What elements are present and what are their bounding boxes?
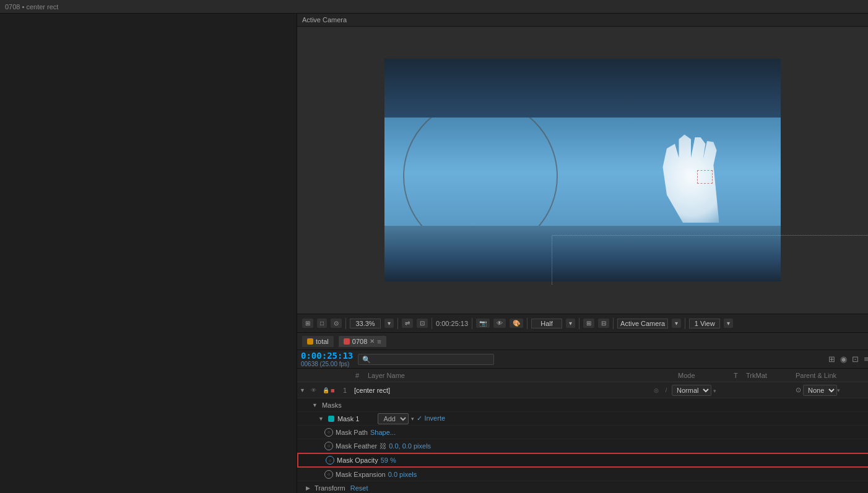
timeline-controls: 0:00:25:13 00638 (25.00 fps) ⊞ ◉ ⊡ ≡ ◈ [297,350,868,369]
timeline-header: total 0708 ✕ ≡ [297,333,868,350]
mask-opacity-value[interactable]: 59 % [381,457,396,464]
motion-btn[interactable]: ⇌ [402,319,413,328]
fps-display: 00638 (25.00 fps) [301,361,353,367]
add-dropdown-arrow[interactable]: ▾ [411,416,414,422]
viewer-content[interactable] [297,27,868,314]
tl-icon-graph[interactable]: ≡ [862,353,868,365]
layer-pencil: / [662,386,672,395]
camera-dropdown-btn[interactable]: ▾ [672,319,681,328]
solo-icon[interactable]: ◎ [652,386,661,395]
zoom-display[interactable]: 33.3% [350,319,381,328]
col-header-t: T [734,372,746,379]
zoom-dropdown-btn[interactable]: ▾ [384,319,394,328]
mode-dropdown-arrow[interactable]: ▾ [713,388,716,394]
grid-btn[interactable]: ⊞ [583,319,594,328]
mask-outline [552,235,868,285]
divider-3 [432,318,432,329]
viewer-header: Active Camera [297,14,868,27]
view-display[interactable]: 1 View [689,319,720,328]
comp-tab-0708[interactable]: 0708 ✕ ≡ [339,336,386,347]
layer-lock: 🔒 [321,386,331,395]
divider-8 [685,318,685,329]
composition-btn[interactable]: ⊞ [302,319,313,328]
timeline-toolbar-icons: ⊞ ◉ ⊡ ≡ ◈ [827,353,868,365]
view-dropdown-btn[interactable]: ▾ [724,319,733,328]
layer-num-col: ■ [331,387,343,394]
total-color-dot [307,338,313,345]
layer-color-box: ■ [331,387,335,394]
parent-select[interactable]: None [803,385,837,396]
camera-icon-btn[interactable]: 📷 [476,319,490,328]
video-frame [384,59,781,281]
mask-opacity-stopwatch[interactable]: ○ [326,456,334,465]
options-icon[interactable]: ≡ [377,338,381,345]
toggle-btn[interactable]: □ [317,319,327,328]
time-display: 0:00:25:13 [436,320,468,327]
eye-icon[interactable]: 👁 [309,386,318,395]
close-tab-icon[interactable]: ✕ [370,338,375,345]
transform-row: ▶ Transform Reset [297,481,868,493]
mask-path-value[interactable]: Shape... [370,429,396,436]
layer-parent-col: ⊙ None ▾ [796,385,868,396]
mask-feather-label: Mask Feather [336,442,377,450]
col-header-trkmat: TrkMat [746,372,796,379]
mask-feather-value[interactable]: 0.0, 0.0 pixels [389,442,431,450]
video-top [384,59,781,118]
mask1-expand-arrow[interactable]: ▼ [318,416,324,422]
region-btn[interactable]: ⊡ [417,319,428,328]
mask-rect [697,170,713,184]
tl-icon-motion[interactable]: ⊡ [851,353,860,365]
top-bar: 0708 • center rect [0,0,868,14]
layer-name: [center rect] [354,387,652,394]
timeline-panel: total 0708 ✕ ≡ 0:00:25:13 00638 (2 [297,332,868,493]
layer-search-input[interactable] [358,354,494,365]
divider-2 [397,318,398,329]
layer-expand-arrow[interactable]: ▼ [300,387,305,393]
col-header-parent: Parent & Link [796,372,868,379]
mask-expansion-label: Mask Expansion [336,471,386,478]
mode-select[interactable]: Normal [672,385,711,396]
divider-5 [527,318,527,329]
mask-expansion-row: ○ Mask Expansion 0.0 pixels [297,468,868,481]
mask-expansion-stopwatch[interactable]: ○ [324,470,333,479]
mask-path-stopwatch[interactable]: ○ [324,428,333,437]
mask-expansion-value[interactable]: 0.0 pixels [388,471,417,478]
quality-dropdown-btn[interactable]: ▾ [566,319,575,328]
table-row[interactable]: ▼ 👁 🔒 ■ 1 [center [297,382,868,398]
grid2-btn[interactable]: ⊟ [598,319,609,328]
masks-label: Masks [319,401,342,409]
mask1-controls: Add ▾ ✓ Inverte [378,413,445,424]
left-panel [0,14,297,493]
mask1-add-dropdown[interactable]: Add [378,413,409,424]
video-middle [384,118,781,226]
camera-view-display[interactable]: Active Camera [617,319,668,328]
mask-opacity-row[interactable]: ○ Mask Opacity 59 % [297,453,868,468]
tl-icon-switches[interactable]: ⊞ [827,353,836,365]
masks-expand-arrow[interactable]: ▼ [312,402,318,408]
divider-6 [579,318,579,329]
transform-reset[interactable]: Reset [350,484,368,492]
mask-btn[interactable]: ⊙ [331,319,342,328]
transform-label: Transform [312,484,345,492]
parent-dropdown-arrow[interactable]: ▾ [837,387,840,393]
layer-av-icons: ▼ [300,387,309,393]
circle-overlay [403,118,558,226]
layer-list: ▼ 👁 🔒 ■ 1 [center [297,382,868,493]
eye-btn[interactable]: 👁 [493,319,506,328]
mask1-invert-checkbox[interactable]: ✓ Inverte [417,414,445,422]
color-btn[interactable]: 🎨 [510,319,523,328]
active-camera-label: Active Camera [302,16,347,24]
mask-opacity-label: Mask Opacity [337,457,378,464]
layer-header-row: # Layer Name Mode T TrkMat [297,369,868,382]
quality-display[interactable]: Half [531,319,562,328]
tl-icon-solo[interactable]: ◉ [839,353,848,365]
col-header-name: Layer Name [368,372,678,379]
mask-feather-stopwatch[interactable]: ○ [324,442,333,450]
comp-tab-total[interactable]: total [302,336,334,347]
transform-expand-arrow[interactable]: ▶ [306,485,310,491]
top-bar-title: 0708 • center rect [5,3,58,11]
pencil-icon[interactable]: / [662,386,671,395]
lock-icon[interactable]: 🔒 [321,386,330,395]
total-label: total [316,338,329,345]
mask1-color-dot [328,416,334,422]
